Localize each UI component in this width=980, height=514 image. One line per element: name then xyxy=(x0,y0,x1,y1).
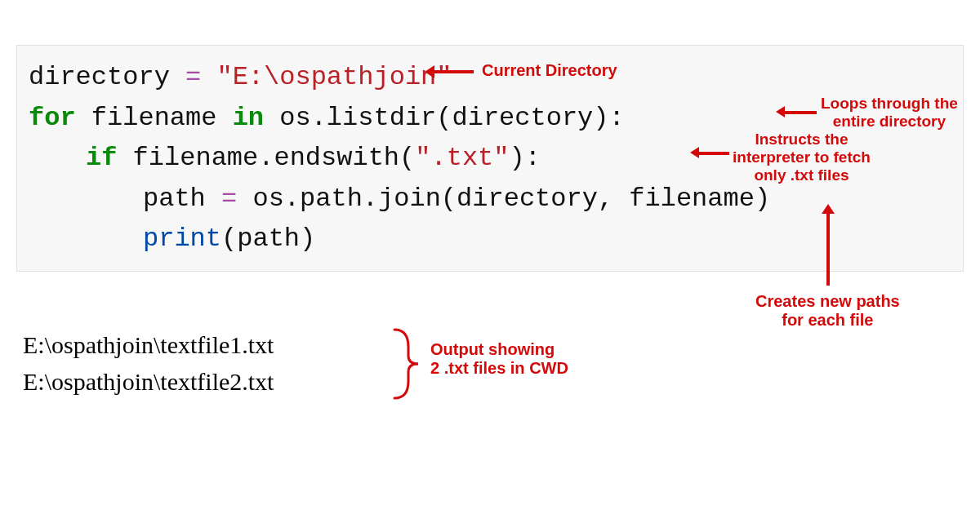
code-token-string: ".txt" xyxy=(415,143,509,173)
annotation-creates-paths: Creates new paths for each file xyxy=(755,292,900,330)
output-block: E:\ospathjoin\textfile1.txt E:\ospathjoi… xyxy=(23,326,274,400)
code-token: = xyxy=(221,184,237,214)
code-token: (path) xyxy=(221,224,315,254)
code-token: = xyxy=(185,62,201,92)
brace-icon xyxy=(390,326,423,401)
output-line: E:\ospathjoin\textfile1.txt xyxy=(23,326,274,363)
code-token: directory xyxy=(29,62,185,92)
arrow-up-icon xyxy=(826,212,830,286)
code-line-5: print(path) xyxy=(29,219,963,259)
annotation-instructs: Instructs the interpreter to fetch only … xyxy=(733,131,871,184)
arrow-left-icon xyxy=(698,152,729,155)
code-token: os.path.join(directory, filename) xyxy=(237,184,770,214)
arrow-left-icon xyxy=(433,70,474,73)
annotation-current-directory: Current Directory xyxy=(482,61,617,80)
code-token: filename.endswith( xyxy=(117,143,415,173)
code-token-string: "E:\ospathjoin" xyxy=(216,62,452,92)
output-line: E:\ospathjoin\textfile2.txt xyxy=(23,363,274,400)
code-token-keyword: if xyxy=(86,143,117,173)
code-token xyxy=(201,62,216,92)
code-token-keyword: in xyxy=(233,103,264,133)
code-token-keyword: for xyxy=(29,103,76,133)
arrow-left-icon xyxy=(784,111,817,114)
code-token: ): xyxy=(509,143,540,173)
code-token-func: print xyxy=(143,224,221,254)
annotation-output: Output showing 2 .txt files in CWD xyxy=(430,340,568,378)
code-token: filename xyxy=(76,103,233,133)
annotation-loops: Loops through the entire directory xyxy=(821,95,958,131)
code-token: path xyxy=(143,184,221,214)
code-token: os.listdir(directory): xyxy=(264,103,625,133)
